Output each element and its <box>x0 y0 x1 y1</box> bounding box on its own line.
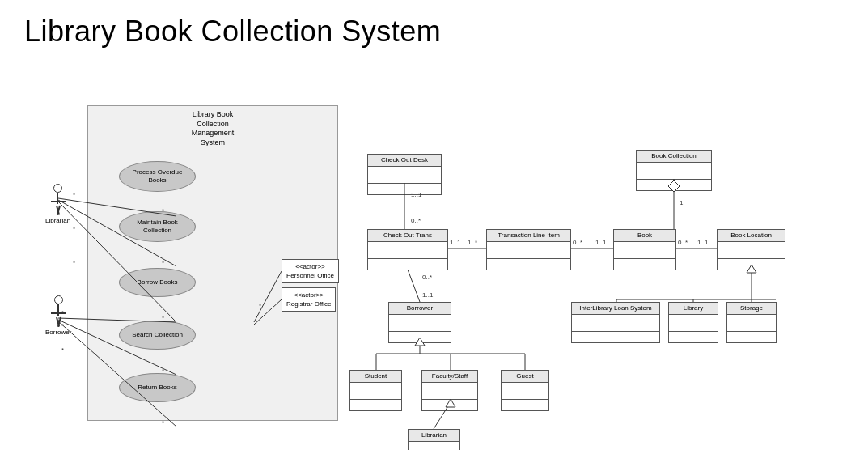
class-guest: Guest <box>501 370 549 411</box>
actor-borrower: Borrower <box>45 295 71 336</box>
class-body-interlibrary <box>572 315 659 331</box>
actor-box-personnel: <<actor>>Personnel Office <box>282 259 339 283</box>
class-body-student <box>350 383 401 399</box>
svg-text:1..*: 1..* <box>468 239 477 246</box>
page-title: Library Book Collection System <box>0 0 868 49</box>
class-book: Book <box>613 229 676 270</box>
class-header-book-collection: Book Collection <box>637 151 711 163</box>
svg-text:1: 1 <box>680 199 684 206</box>
class-header-borrower: Borrower <box>389 303 451 315</box>
class-header-library: Library <box>669 303 718 315</box>
class-header-librarian: Librarian <box>409 430 459 442</box>
class-body-book <box>614 242 675 258</box>
svg-text:1..1: 1..1 <box>697 239 709 246</box>
class-body2-interlibrary <box>572 331 659 342</box>
svg-text:*: * <box>73 191 75 198</box>
class-library: Library <box>668 302 718 343</box>
class-body-checkout-trans <box>368 242 447 258</box>
svg-text:0..*: 0..* <box>422 274 432 281</box>
svg-text:0..*: 0..* <box>573 239 582 246</box>
class-body2-student <box>350 399 401 410</box>
ellipse-return-books: Return Books <box>119 373 196 402</box>
actor-librarian: Librarian <box>45 184 70 224</box>
class-body-book-collection <box>637 163 711 179</box>
svg-text:0..*: 0..* <box>678 239 688 246</box>
ellipse-borrow-books: Borrow Books <box>119 268 196 297</box>
class-body2-borrower <box>389 331 451 342</box>
class-body-borrower <box>389 315 451 331</box>
actor-borrower-label: Borrower <box>45 329 71 336</box>
class-transaction-line: Transaction Line Item <box>486 229 571 270</box>
svg-text:1..1: 1..1 <box>450 239 461 246</box>
class-borrower: Borrower <box>388 302 451 343</box>
ellipse-maintain-book: Maintain BookCollection <box>119 211 196 242</box>
svg-text:1..1: 1..1 <box>595 239 607 246</box>
class-body2-checkout-desk <box>368 183 441 194</box>
class-header-checkout-trans: Check Out Trans <box>368 230 447 242</box>
svg-text:*: * <box>61 346 64 354</box>
class-body-storage <box>727 315 776 331</box>
svg-text:*: * <box>73 259 75 266</box>
class-book-collection: Book Collection <box>636 150 712 191</box>
class-body2-book-collection <box>637 179 711 190</box>
class-book-location: Book Location <box>717 229 785 270</box>
class-storage: Storage <box>726 302 777 343</box>
class-header-book: Book <box>614 230 675 242</box>
actor-box-registrar: <<actor>>Registrar Office <box>282 287 336 312</box>
class-body-librarian <box>409 442 459 450</box>
svg-line-36 <box>408 270 420 302</box>
system-title: Library BookCollectionManagementSystem <box>88 106 337 152</box>
class-body2-transaction-line <box>487 258 570 270</box>
class-interlibrary: InterLibrary Loan System <box>571 302 660 343</box>
class-header-book-location: Book Location <box>718 230 785 242</box>
class-body-library <box>669 315 718 331</box>
class-body2-checkout-trans <box>368 258 447 270</box>
class-header-student: Student <box>350 371 401 383</box>
svg-text:*: * <box>73 225 75 232</box>
class-body2-storage <box>727 331 776 342</box>
class-body2-book <box>614 258 675 270</box>
class-body2-book-location <box>718 258 785 270</box>
class-librarian: Librarian <box>408 429 460 450</box>
diagram-area: Library BookCollectionManagementSystem P… <box>0 61 868 450</box>
class-body-checkout-desk <box>368 167 441 183</box>
class-body2-guest <box>502 399 548 410</box>
class-faculty-staff: Faculty/Staff <box>421 370 478 411</box>
class-header-transaction-line: Transaction Line Item <box>487 230 570 242</box>
class-header-checkout-desk: Check Out Desk <box>368 155 441 167</box>
class-student: Student <box>349 370 402 411</box>
class-checkout-trans: Check Out Trans <box>367 229 448 270</box>
class-checkout-desk: Check Out Desk <box>367 154 442 195</box>
ellipse-process-overdue: Process OverdueBooks <box>119 161 196 192</box>
class-header-guest: Guest <box>502 371 548 383</box>
class-body2-faculty-staff <box>422 399 477 410</box>
class-header-storage: Storage <box>727 303 776 315</box>
ellipse-search-collection: Search Collection <box>119 321 196 350</box>
class-header-faculty-staff: Faculty/Staff <box>422 371 477 383</box>
class-header-interlibrary: InterLibrary Loan System <box>572 303 659 315</box>
class-body2-library <box>669 331 718 342</box>
class-body-guest <box>502 383 548 399</box>
class-body-faculty-staff <box>422 383 477 399</box>
svg-text:0..*: 0..* <box>411 217 421 224</box>
svg-text:1..1: 1..1 <box>422 291 434 299</box>
class-body-transaction-line <box>487 242 570 258</box>
actor-librarian-label: Librarian <box>45 217 70 224</box>
class-body-book-location <box>718 242 785 258</box>
